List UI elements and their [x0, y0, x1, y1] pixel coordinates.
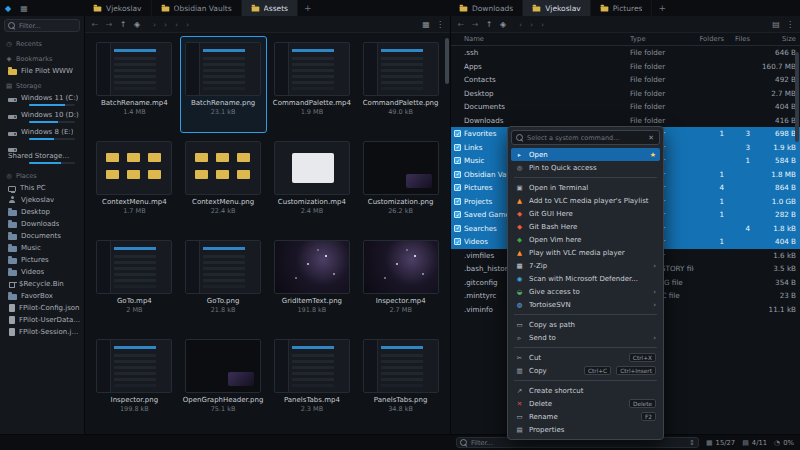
- menu-item[interactable]: ▦ 7-Zip ›: [511, 259, 660, 272]
- menu-item[interactable]: ◎ Pin to Quick access: [511, 161, 660, 174]
- up-button[interactable]: ↑: [117, 20, 129, 29]
- up-button[interactable]: ↑: [483, 20, 495, 29]
- menu-item[interactable]: ▲ Play with VLC media player: [511, 246, 660, 259]
- menu-item[interactable]: ▣ Open in Terminal: [511, 181, 660, 194]
- menu-item[interactable]: ◉ Scan with Microsoft Defender...: [511, 272, 660, 285]
- sidebar-item[interactable]: This PC: [0, 182, 84, 194]
- column-header-type[interactable]: Type: [630, 35, 694, 43]
- grid-item[interactable]: GoTo.mp4 2 MB: [91, 234, 178, 331]
- view-grid-icon[interactable]: ▦: [420, 20, 432, 29]
- grid-item[interactable]: ContextMenu.png 22.4 kB: [180, 135, 267, 232]
- row-checkbox[interactable]: [454, 238, 461, 245]
- breadcrumb-item[interactable]: [526, 20, 537, 29]
- menu-item[interactable]: ▹ Send to ›: [511, 331, 660, 344]
- sort-icon[interactable]: ↕: [689, 439, 695, 447]
- row-checkbox[interactable]: [454, 144, 461, 151]
- sidebar-item[interactable]: Documents: [0, 230, 84, 242]
- sidebar-item[interactable]: Windows 8 (E:): [0, 126, 84, 143]
- menu-item[interactable]: ✕ Delete Delete: [511, 397, 660, 410]
- row-checkbox[interactable]: [454, 198, 461, 205]
- grid-item[interactable]: Customization.mp4 2.4 MB: [269, 135, 356, 232]
- sidebar-item[interactable]: Downloads: [0, 218, 84, 230]
- table-row[interactable]: Apps File folder 160.7 MB: [451, 60, 800, 74]
- menu-item[interactable]: [514, 176, 657, 178]
- grid-item[interactable]: BatchRename.png 23.1 kB: [180, 36, 267, 133]
- grid-item[interactable]: CommandPalette.png 49.0 kB: [357, 36, 444, 133]
- menu-item[interactable]: ▲ Add to VLC media player's Playlist: [511, 194, 660, 207]
- menu-item[interactable]: ▤ Properties: [511, 423, 660, 436]
- menu-item[interactable]: ▭ Copy as path: [511, 318, 660, 331]
- sidebar-section-header[interactable]: ◷ Recents: [0, 35, 84, 50]
- menu-item[interactable]: ◆ Git Bash Here: [511, 220, 660, 233]
- more-icon[interactable]: ⋮: [784, 20, 796, 29]
- menu-item[interactable]: ◆ Open Vim here: [511, 233, 660, 246]
- status-count[interactable]: ◔ 0%: [774, 439, 794, 447]
- column-header-name[interactable]: Name: [464, 35, 630, 43]
- row-checkbox[interactable]: [454, 157, 461, 164]
- bookmark-icon[interactable]: ◈: [497, 20, 509, 29]
- menu-item[interactable]: [514, 379, 657, 381]
- sidebar-section-header[interactable]: ▤ Storage: [0, 77, 84, 92]
- sidebar-item[interactable]: Music: [0, 242, 84, 254]
- status-count[interactable]: ▦ 15/27: [706, 439, 735, 447]
- forward-button[interactable]: →: [103, 20, 115, 29]
- close-icon[interactable]: ✕: [647, 134, 655, 142]
- sidebar-filter[interactable]: [4, 19, 80, 32]
- grid-item[interactable]: ContextMenu.mp4 1.7 MB: [91, 135, 178, 232]
- sidebar-item[interactable]: Videos: [0, 266, 84, 278]
- table-row[interactable]: Documents File folder 404 B: [451, 100, 800, 114]
- table-row[interactable]: Contacts File folder 492 B: [451, 73, 800, 87]
- menu-item[interactable]: ◆ Git GUI Here: [511, 207, 660, 220]
- tab[interactable]: Downloads: [450, 0, 523, 16]
- row-checkbox[interactable]: [454, 184, 461, 191]
- sidebar-item[interactable]: Desktop: [0, 206, 84, 218]
- sidebar-item[interactable]: Shared Storage (T:): [0, 143, 84, 167]
- grid-item[interactable]: GridItemText.png 191.8 kB: [269, 234, 356, 331]
- sidebar-item[interactable]: File Pilot WWW: [0, 65, 84, 77]
- menu-item[interactable]: [514, 346, 657, 348]
- scrollbar-thumb[interactable]: [795, 52, 799, 142]
- grid-item[interactable]: GoTo.png 21.8 kB: [180, 234, 267, 331]
- sidebar-section-header[interactable]: ◎ Places: [0, 167, 84, 182]
- breadcrumb-item[interactable]: [182, 20, 193, 29]
- tab[interactable]: Vjekoslav: [523, 0, 591, 16]
- back-button[interactable]: ←: [89, 20, 101, 29]
- sidebar-item[interactable]: Vjekoslav: [0, 194, 84, 206]
- command-search[interactable]: ✕: [511, 130, 660, 145]
- sidebar-filter-input[interactable]: [19, 22, 76, 30]
- grid-item[interactable]: BatchRename.mp4 1.4 MB: [91, 36, 178, 133]
- row-checkbox[interactable]: [454, 211, 461, 218]
- grid-item[interactable]: PanelsTabs.png 34.8 kB: [357, 333, 444, 430]
- back-button[interactable]: ←: [455, 20, 467, 29]
- row-checkbox[interactable]: [454, 171, 461, 178]
- sidebar-item[interactable]: Windows 10 (D:): [0, 109, 84, 126]
- tab[interactable]: Obsidian Vaults: [152, 0, 242, 16]
- breadcrumb-item[interactable]: [537, 20, 548, 29]
- table-row[interactable]: Desktop File folder 2.7 MB: [451, 87, 800, 101]
- row-checkbox[interactable]: [454, 130, 461, 137]
- grid-item[interactable]: Inspector.mp4 2.7 MB: [357, 234, 444, 331]
- sidebar-item[interactable]: FPilot-Config.json: [0, 302, 84, 314]
- more-icon[interactable]: ⋮: [434, 20, 446, 29]
- view-list-icon[interactable]: ▤: [770, 20, 782, 29]
- table-row[interactable]: .ssh File folder 646 B: [451, 46, 800, 60]
- column-header-files[interactable]: Files: [724, 35, 750, 43]
- breadcrumb-item[interactable]: [171, 20, 182, 29]
- command-search-input[interactable]: [527, 134, 644, 142]
- tab[interactable]: Vjekoslav: [84, 0, 152, 16]
- column-header-size[interactable]: Size: [750, 35, 796, 43]
- forward-button[interactable]: →: [469, 20, 481, 29]
- sidebar-item[interactable]: $Recycle.Bin: [0, 278, 84, 290]
- bookmark-icon[interactable]: ◈: [131, 20, 143, 29]
- scrollbar-thumb[interactable]: [445, 38, 449, 84]
- breadcrumb-item[interactable]: [160, 20, 171, 29]
- grid-item[interactable]: Customization.png 26.2 kB: [357, 135, 444, 232]
- menu-item[interactable]: ◍ TortoiseSVN ›: [511, 298, 660, 311]
- status-count[interactable]: ▤ 4/11: [742, 439, 767, 447]
- table-row[interactable]: Downloads File folder 416 B: [451, 114, 800, 128]
- column-header-folders[interactable]: Folders: [694, 35, 724, 43]
- grid-item[interactable]: CommandPalette.mp4 1.9 MB: [269, 36, 356, 133]
- new-tab-button[interactable]: +: [298, 0, 318, 16]
- tab[interactable]: Pictures: [591, 0, 653, 16]
- menu-item[interactable]: ◒ Give access to ›: [511, 285, 660, 298]
